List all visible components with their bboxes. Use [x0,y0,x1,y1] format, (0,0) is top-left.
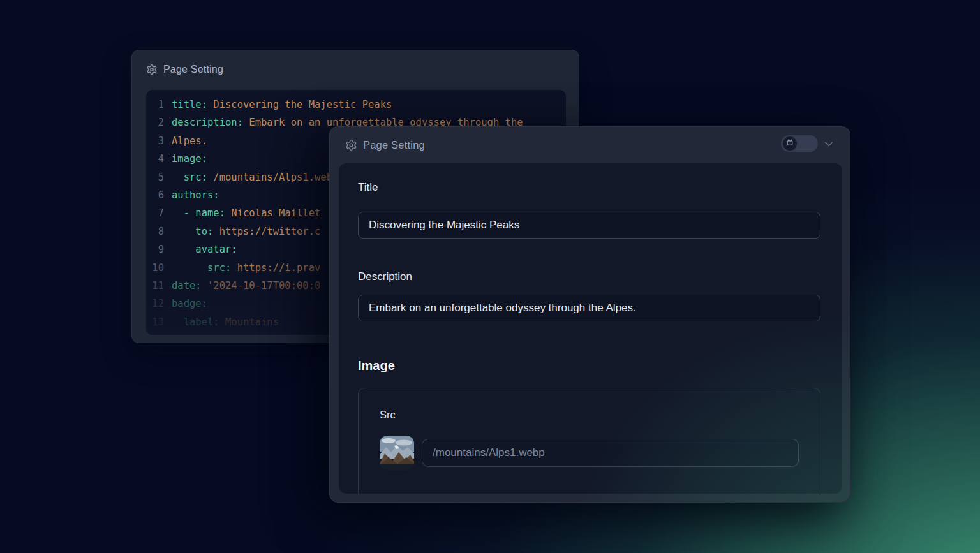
code-line-text: authors: [172,186,219,204]
line-number: 5 [146,168,164,186]
form-view-toggle[interactable] [781,135,818,152]
line-number: 9 [146,240,164,258]
code-line-text: badge: [172,295,207,313]
image-src-input[interactable] [422,439,799,467]
line-number: 11 [146,277,164,295]
line-number: 13 [146,313,164,331]
code-line-text: Alpes. [172,132,207,150]
line-number: 2 [146,114,164,131]
form-panel-title: Page Setting [363,139,425,151]
gear-icon [345,139,357,151]
code-line-text: title: Discovering the Majestic Peaks [172,96,392,114]
src-label: Src [380,409,396,421]
code-panel-title-wrap: Page Setting [146,50,223,89]
code-line-text: to: https://twitter.c [172,223,320,240]
line-number: 3 [146,132,164,150]
description-label: Description [358,270,412,283]
code-icon [785,138,794,149]
code-line-text: avatar: [172,240,237,258]
chevron-down-icon[interactable] [822,138,835,151]
code-line: 1title: Discovering the Majestic Peaks [146,96,566,114]
line-number: 6 [146,186,164,204]
form-panel-title-wrap: Page Setting [345,127,425,163]
form-settings-panel: Page Setting Title Description Image Src [329,126,850,503]
code-line-text: date: '2024-10-17T00:00:0 [172,277,320,295]
code-line-text: label: Mountains [172,313,279,331]
title-input[interactable] [358,212,820,239]
code-line-text: src: /mountains/Alps1.webp [172,168,338,186]
line-number: 4 [146,150,164,168]
code-line-text: src: https://i.prav [172,259,320,277]
code-panel-header: Page Setting [132,50,579,89]
image-group-card: Src [358,388,820,494]
line-number: 7 [146,204,164,222]
line-number: 10 [146,259,164,277]
line-number: 8 [146,223,164,240]
description-input[interactable] [358,295,820,321]
code-line-text: image: [172,150,207,168]
title-label: Title [358,181,378,194]
gear-icon [146,64,158,75]
form-view-toggle-knob[interactable] [783,136,797,151]
line-number: 12 [146,295,164,313]
image-section-heading: Image [358,358,395,373]
image-thumbnail[interactable] [380,436,414,470]
code-line-text: - name: Nicolas Maillet [172,204,320,222]
line-number: 1 [146,96,164,114]
code-panel-title: Page Setting [163,64,223,75]
form-body: Title Description Image Src [339,163,842,494]
